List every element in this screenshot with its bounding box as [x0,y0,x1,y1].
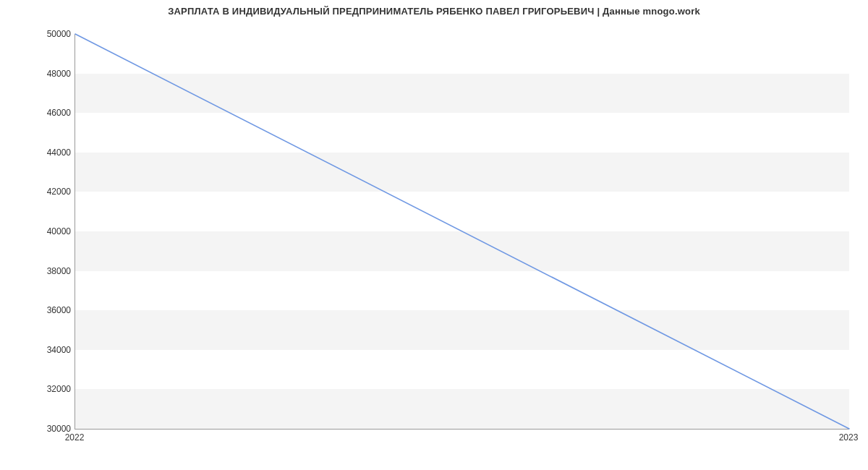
y-tick-label: 46000 [6,108,71,118]
y-tick-label: 42000 [6,187,71,197]
data-line [75,34,849,429]
y-tick-label: 48000 [6,69,71,79]
y-tick-label: 32000 [6,384,71,394]
y-tick-label: 40000 [6,226,71,236]
x-tick-label: 2022 [65,432,85,443]
y-tick-label: 38000 [6,266,71,276]
chart-container: ЗАРПЛАТА В ИНДИВИДУАЛЬНЫЙ ПРЕДПРИНИМАТЕЛ… [0,0,868,470]
plot-area [75,34,849,430]
y-tick-label: 30000 [6,424,71,434]
series-line [75,34,849,429]
x-tick-label: 2023 [839,432,859,443]
y-tick-label: 34000 [6,345,71,355]
chart-title: ЗАРПЛАТА В ИНДИВИДУАЛЬНЫЙ ПРЕДПРИНИМАТЕЛ… [0,6,868,17]
y-tick-label: 50000 [6,29,71,39]
y-tick-label: 44000 [6,148,71,158]
y-tick-label: 36000 [6,305,71,315]
